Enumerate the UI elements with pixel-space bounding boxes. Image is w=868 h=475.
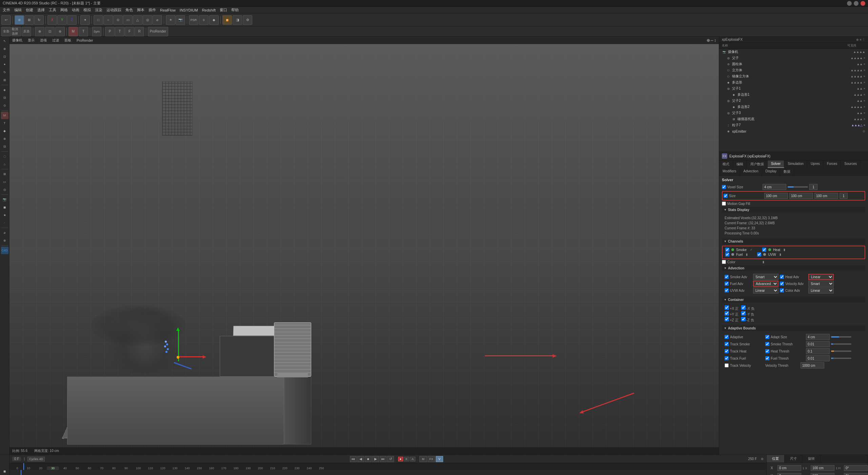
tab-advection[interactable]: Advection	[740, 168, 762, 175]
stats-section[interactable]: Stats Display	[722, 207, 865, 213]
yp-check[interactable]	[725, 311, 729, 316]
rot-y-input[interactable]	[844, 473, 868, 475]
menu-window[interactable]: 窗口	[220, 7, 227, 13]
options-menu[interactable]: 选项	[40, 38, 47, 43]
particle-tool[interactable]: ⋅	[1, 219, 8, 227]
tag-btn[interactable]: T	[79, 27, 88, 36]
size-z-input[interactable]	[814, 193, 838, 199]
cycle-btn[interactable]: Cycles 4D	[27, 457, 45, 461]
menu-mesh[interactable]: 网格	[60, 7, 68, 13]
key-btn[interactable]: K	[404, 457, 409, 461]
tab-solver[interactable]: Solver	[768, 160, 784, 168]
menu-realflow[interactable]: RealFlow	[160, 8, 176, 12]
tab-data[interactable]: 数据	[780, 168, 794, 175]
window-controls[interactable]	[847, 1, 865, 6]
minimize-btn[interactable]	[847, 1, 852, 6]
size-y-input[interactable]	[811, 473, 834, 475]
fx-tool[interactable]: ★	[1, 211, 8, 219]
axis-tool[interactable]: ⊕	[1, 135, 8, 142]
render-settings-btn[interactable]: ⚙	[243, 15, 252, 25]
tab-forces[interactable]: Forces	[824, 160, 841, 168]
heat-adv-select[interactable]: LinearSmartAdvanced	[808, 274, 834, 280]
menu-render[interactable]: 渲染	[95, 7, 102, 13]
capsule-btn[interactable]: ⌀	[153, 15, 162, 25]
voxel-size-step[interactable]	[809, 184, 817, 190]
axis-x[interactable]: X	[47, 15, 57, 25]
size-x-input[interactable]	[811, 465, 834, 471]
light-btn[interactable]: ☀	[166, 15, 175, 25]
menu-motion[interactable]: 运动跟踪	[106, 7, 121, 13]
camera-btn[interactable]: 📷	[176, 15, 185, 25]
tab-mode[interactable]: 模式	[719, 160, 733, 168]
menu-plugins[interactable]: 插件	[149, 7, 156, 13]
current-frame[interactable]: 0 F	[12, 457, 21, 461]
rect-sel-btn[interactable]: ⊡	[45, 27, 55, 36]
torus-btn[interactable]: ◎	[143, 15, 152, 25]
uvw-adv-check[interactable]	[725, 288, 729, 292]
voxel-size-input[interactable]	[763, 184, 786, 190]
right-btn[interactable]: R	[135, 27, 144, 36]
rot-tab[interactable]: 旋转	[803, 455, 821, 462]
prorender-label[interactable]: ProRender	[148, 27, 168, 36]
voxel-size-check[interactable]	[722, 185, 726, 189]
cylinder-btn[interactable]: ⊙	[113, 15, 123, 25]
stop-btn[interactable]: ■	[365, 456, 372, 462]
scene-item-null1[interactable]: ◎ 父子 ▲▲▲▲ ×	[719, 55, 868, 61]
heat-check[interactable]	[762, 248, 766, 252]
smoke-thresh-check[interactable]	[765, 342, 769, 346]
play-back-btn[interactable]: ◀	[357, 456, 364, 462]
menu-tools[interactable]: 工具	[49, 7, 56, 13]
scale-btn[interactable]: ⊠	[24, 15, 34, 25]
menu-file[interactable]: 文件	[3, 7, 10, 13]
select-all-btn[interactable]: 全选	[1, 27, 11, 36]
fuel-thresh-slider[interactable]	[831, 358, 851, 359]
zero-btn[interactable]: 0	[199, 15, 209, 25]
menu-insydium[interactable]: INSYDIUM	[180, 8, 198, 12]
menu-char[interactable]: 角色	[125, 7, 133, 13]
tag-tool[interactable]: T	[1, 119, 8, 127]
tab-modifiers[interactable]: Modifiers	[719, 168, 740, 175]
scene-item-particle[interactable]: ⋮ 粒子7 ▲▲▲△ ×	[719, 122, 868, 128]
vel-thresh-input[interactable]	[801, 362, 824, 368]
top-btn[interactable]: T	[115, 27, 124, 36]
fuel-adv-select[interactable]: AdvancedSmartLinear	[753, 281, 778, 287]
rot-x-input[interactable]	[844, 465, 868, 471]
size-step[interactable]	[840, 193, 848, 199]
adapt-size-input[interactable]	[806, 334, 830, 340]
fuel-thresh-check[interactable]	[765, 356, 769, 360]
container-section[interactable]: Container	[722, 297, 865, 303]
tab-sources[interactable]: Sources	[841, 160, 861, 168]
color-adv-check[interactable]	[780, 288, 784, 292]
smoke-adv-select[interactable]: SmartLinearAdvanced	[753, 274, 778, 280]
lasso-btn[interactable]: ⊛	[55, 27, 65, 36]
end-frame[interactable]: 250 F	[748, 457, 757, 461]
point-mode[interactable]: ⊙	[1, 102, 8, 109]
go-end-btn[interactable]: ⏭	[380, 456, 387, 462]
yn-check[interactable]	[741, 311, 746, 316]
voxel-size-slider[interactable]	[788, 186, 808, 188]
mirror-tool[interactable]: ⊟	[1, 143, 8, 150]
scale-tool[interactable]: ⊞	[1, 76, 8, 84]
rotate-tool[interactable]: ↻	[1, 69, 8, 76]
uvw-adv-select[interactable]: LinearSmartAdvanced	[753, 287, 778, 293]
tab-display[interactable]: Display	[762, 168, 781, 175]
display-menu[interactable]: 显示	[28, 38, 35, 43]
render-btn[interactable]: ◼	[222, 15, 232, 25]
size-x-input[interactable]	[764, 193, 788, 199]
axis-y[interactable]: Y	[57, 15, 67, 25]
psr-btn[interactable]: PSR	[189, 15, 198, 25]
sym-btn[interactable]: Sym	[92, 27, 101, 36]
heat-thresh-check[interactable]	[765, 349, 769, 353]
smoke-adv-check[interactable]	[725, 275, 729, 279]
channels-section[interactable]: Channels	[722, 239, 865, 244]
tab-user[interactable]: 用户数据	[747, 160, 768, 168]
menu-script[interactable]: 脚本	[137, 7, 144, 13]
grid-tool[interactable]: ⊞	[1, 170, 8, 178]
bool-tool[interactable]: ⊕	[1, 237, 8, 244]
viewport[interactable]: 摄像机 显示 选项 过滤 面板 ProRender ⊕↔↕ Number of …	[9, 37, 719, 455]
render-view-btn[interactable]: ◨	[233, 15, 242, 25]
motion-btn[interactable]: M	[419, 456, 427, 462]
snap-btn[interactable]: ◆	[209, 15, 219, 25]
play-fwd-btn[interactable]: ▶	[372, 456, 379, 462]
pos-tab[interactable]: 位置	[767, 455, 785, 462]
